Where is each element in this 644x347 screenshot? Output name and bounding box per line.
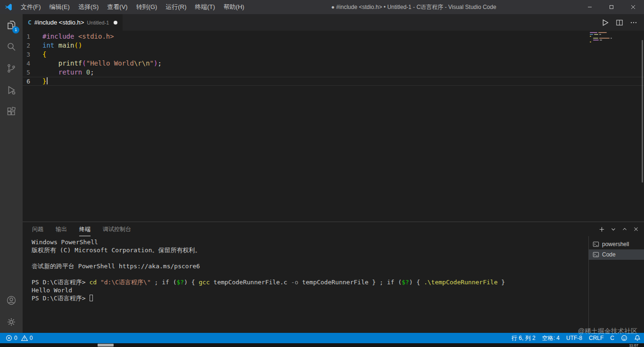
window-title: ● #include <stdio.h> • Untitled-1 - C语言程… — [248, 3, 579, 11]
menu-view[interactable]: 查看(V) — [103, 0, 132, 14]
code-text: int main() — [42, 41, 82, 50]
source-control-icon[interactable] — [0, 58, 23, 79]
explorer-badge: 1 — [12, 26, 19, 33]
status-bar: 0 0 行 6, 列 2 空格: 4 UTF-8 CRLF C — [0, 333, 644, 343]
terminal-line: PS D:\C语言程序> — [32, 294, 588, 302]
code-line[interactable]: 5 return 0; — [23, 68, 644, 77]
indentation[interactable]: 空格: 4 — [539, 333, 563, 343]
tab-terminal[interactable]: 终端 — [79, 223, 91, 236]
code-line[interactable]: 4 printf("Hello World\r\n"); — [23, 59, 644, 68]
code-text: return 0; — [42, 68, 94, 77]
terminal-list: powershell Code — [588, 236, 644, 333]
tab-label: #include <stdio.h> — [34, 19, 84, 26]
warning-icon — [21, 335, 28, 341]
tab-description: Untitled-1 — [87, 19, 109, 25]
panel-tabs: 问题 输出 终端 调试控制台 — [32, 223, 131, 236]
taskbar-clock[interactable]: 11:07 — [629, 343, 638, 347]
maximize-panel-icon[interactable] — [621, 226, 628, 232]
run-code-button[interactable] — [600, 18, 610, 27]
code-text: printf("Hello World\r\n"); — [42, 59, 162, 68]
menu-edit[interactable]: 编辑(E) — [45, 0, 74, 14]
accounts-icon[interactable] — [0, 289, 23, 311]
line-number: 4 — [23, 59, 42, 68]
window-controls — [579, 0, 644, 14]
bottom-panel: 问题 输出 终端 调试控制台 — [23, 222, 644, 333]
code-text: #include <stdio.h> — [42, 32, 114, 41]
modified-dot[interactable] — [114, 21, 117, 25]
explorer-icon[interactable]: 1 — [0, 14, 23, 36]
terminal-line: 版权所有 (C) Microsoft Corporation。保留所有权利。 — [32, 246, 588, 254]
terminal-line: Hello World — [32, 286, 588, 294]
terminal-line — [32, 254, 588, 262]
editor-scrollbar[interactable] — [642, 40, 643, 182]
panel-header: 问题 输出 终端 调试控制台 — [23, 222, 644, 236]
settings-gear-icon[interactable] — [0, 311, 23, 333]
vscode-logo-icon — [4, 3, 13, 11]
tab-output[interactable]: 输出 — [56, 223, 67, 236]
menu-terminal[interactable]: 终端(T) — [190, 0, 219, 14]
close-button[interactable] — [622, 0, 644, 14]
terminal-cursor — [90, 295, 93, 301]
error-count: 0 — [14, 335, 17, 341]
cursor-position[interactable]: 行 6, 列 2 — [508, 333, 539, 343]
terminal-list-item-code[interactable]: Code — [589, 249, 644, 260]
warning-count: 0 — [30, 335, 33, 341]
menu-help[interactable]: 帮助(H) — [219, 0, 248, 14]
terminal-dropdown-icon[interactable] — [610, 226, 617, 232]
code-area: 1#include <stdio.h>2int main()3{4 printf… — [23, 32, 644, 86]
menu-bar: 文件(F) 编辑(E) 选择(S) 查看(V) 转到(G) 运行(R) 终端(T… — [17, 0, 248, 14]
terminal-item-label: powershell — [602, 241, 629, 248]
search-icon[interactable] — [0, 36, 23, 58]
terminal-line: Windows PowerShell — [32, 238, 588, 246]
tab-problems[interactable]: 问题 — [32, 223, 43, 236]
line-number: 6 — [23, 77, 42, 86]
terminal-line: PS D:\C语言程序> cd "d:\C语言程序\" ; if ($?) { … — [32, 278, 588, 286]
editor-tab-bar: C #include <stdio.h> Untitled-1 — [23, 14, 644, 31]
menu-file[interactable]: 文件(F) — [17, 0, 45, 14]
editor-tab[interactable]: C #include <stdio.h> Untitled-1 — [23, 14, 123, 31]
line-number: 1 — [23, 32, 42, 41]
line-number: 2 — [23, 41, 42, 50]
minimize-button[interactable] — [579, 0, 601, 14]
taskbar-app-button[interactable] — [98, 344, 114, 347]
code-line[interactable]: 3{ — [23, 50, 644, 59]
menu-selection[interactable]: 选择(S) — [74, 0, 103, 14]
more-actions-icon[interactable] — [629, 18, 638, 27]
terminal-line: 尝试新的跨平台 PowerShell https://aka.ms/pscore… — [32, 262, 588, 270]
menu-run[interactable]: 运行(R) — [161, 0, 190, 14]
close-panel-icon[interactable] — [633, 226, 639, 232]
code-line[interactable]: 6} — [23, 77, 644, 86]
code-text: { — [42, 50, 46, 59]
terminal-item-label: Code — [602, 251, 616, 258]
error-icon — [6, 335, 12, 341]
line-number: 3 — [23, 50, 42, 59]
editor-cursor — [47, 77, 48, 84]
windows-taskbar: 11:07 — [0, 343, 644, 347]
activity-bar: 1 — [0, 14, 23, 333]
code-editor[interactable]: 1#include <stdio.h>2int main()3{4 printf… — [23, 31, 644, 222]
code-line[interactable]: 1#include <stdio.h> — [23, 32, 644, 41]
run-debug-icon[interactable] — [0, 79, 23, 101]
minimap[interactable] — [590, 32, 638, 43]
tab-debug-console[interactable]: 调试控制台 — [103, 223, 131, 236]
terminal-line — [32, 270, 588, 278]
c-file-icon: C — [28, 19, 32, 26]
terminal-list-item-powershell[interactable]: powershell — [589, 239, 644, 249]
code-text: } — [42, 77, 48, 86]
extensions-icon[interactable] — [0, 101, 23, 123]
vscode-window: 文件(F) 编辑(E) 选择(S) 查看(V) 转到(G) 运行(R) 终端(T… — [0, 0, 644, 347]
maximize-button[interactable] — [601, 0, 622, 14]
title-bar: 文件(F) 编辑(E) 选择(S) 查看(V) 转到(G) 运行(R) 终端(T… — [0, 0, 644, 14]
line-number: 5 — [23, 68, 42, 77]
terminal-output[interactable]: Windows PowerShell版权所有 (C) Microsoft Cor… — [23, 236, 588, 333]
code-line[interactable]: 2int main() — [23, 41, 644, 50]
new-terminal-icon[interactable] — [598, 226, 605, 233]
menu-go[interactable]: 转到(G) — [132, 0, 162, 14]
editor-actions — [600, 14, 644, 31]
panel-actions — [598, 226, 639, 233]
watermark-text: @稀土掘金技术社区 — [578, 327, 637, 336]
problems-status[interactable]: 0 0 — [2, 333, 36, 343]
split-editor-icon[interactable] — [615, 18, 624, 27]
